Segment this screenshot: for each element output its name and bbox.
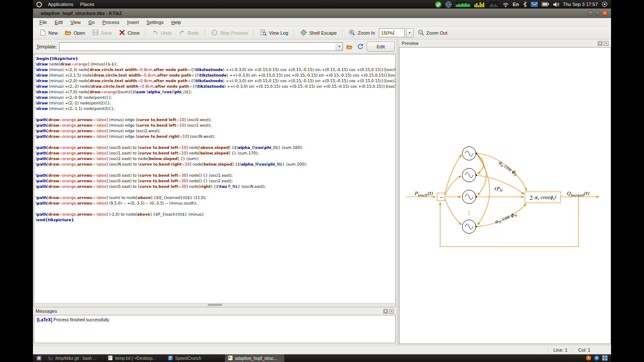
preview-close-icon[interactable]: × (604, 41, 608, 46)
taskbar-item-speedcrunch[interactable]: SpeedCrunch (165, 354, 225, 362)
menu-help[interactable]: Help (167, 19, 185, 26)
code-editor[interactable]: \begin{tikzpicture}\draw node[draw=orang… (34, 54, 396, 307)
calculator-icon (168, 356, 173, 361)
editor-horizontal-scrollbar[interactable] (35, 303, 395, 306)
keyboard-layout-indicator[interactable]: En (513, 2, 519, 7)
close-file-button[interactable]: Close (116, 28, 143, 38)
messages-detach-icon[interactable] (383, 309, 388, 314)
new-button[interactable]: New (36, 28, 61, 38)
label-tau-pn: τPN (494, 186, 503, 193)
cpu-graph-icon[interactable] (456, 1, 470, 7)
window-controls: – □ × (587, 10, 608, 16)
save-button[interactable]: Save (89, 28, 115, 38)
menu-file[interactable]: File (36, 19, 51, 26)
menu-process[interactable]: Process (98, 19, 123, 26)
template-combobox[interactable]: ▼ (59, 42, 343, 51)
places-menu[interactable]: Places (77, 0, 98, 9)
battery-icon[interactable] (542, 2, 549, 6)
label-p-teach: Pteach(t) (414, 191, 433, 197)
globe-icon[interactable] (445, 1, 452, 8)
minimize-button[interactable]: – (587, 10, 593, 16)
menu-edit[interactable]: Edit (51, 19, 67, 26)
update-clock-icon[interactable] (586, 355, 591, 362)
load-bars-icon[interactable] (474, 1, 485, 7)
distro-logo-icon[interactable] (36, 2, 42, 7)
toolbar-separator (294, 29, 295, 37)
redo-arrow-icon (179, 29, 185, 37)
save-floppy-icon (92, 29, 99, 37)
wifi-icon[interactable] (502, 2, 509, 7)
editor-column: Template: ▼ Edit \begin{tikzpicture}\dra… (33, 39, 397, 345)
messages-close-icon[interactable]: × (389, 309, 394, 314)
zoom-dropdown-arrow[interactable]: ▼ (406, 28, 414, 38)
toolbar: New Open Save Close Undo Redo Stop Proce… (33, 27, 611, 39)
preview-detach-icon[interactable] (598, 41, 602, 46)
window-titlebar[interactable]: adaptive_hopf_structure.tikz - KTikZ – □… (33, 9, 611, 18)
close-cross-icon (119, 29, 125, 37)
preview-panel: Preview × (399, 39, 611, 345)
label-q-learned: Qlearned(t) (566, 191, 589, 197)
taskbar-right-icons (586, 355, 611, 362)
open-folder-icon (65, 29, 72, 37)
software-icon[interactable] (594, 355, 599, 362)
menu-view[interactable]: View (67, 19, 85, 26)
status-line: Line: 1 (548, 347, 572, 353)
template-label: Template: (36, 44, 57, 49)
preview-title: Preview (402, 41, 418, 46)
stop-circle-icon (211, 29, 218, 37)
label-alphaN-cos: αN cos ϕN (494, 211, 519, 226)
close-button[interactable]: × (602, 10, 608, 16)
net-monitor-icon[interactable] (489, 1, 498, 7)
zoom-in-button[interactable]: Zoom In (346, 28, 378, 38)
volume-icon[interactable] (553, 2, 559, 7)
template-open-button[interactable] (345, 42, 354, 51)
applications-menu[interactable]: Applications (45, 0, 77, 9)
redo-button[interactable]: Redo (176, 28, 202, 38)
check-circle-icon[interactable] (435, 1, 441, 8)
taskbar-item-terminal[interactable]: /tmp/ktikz.git : bash ... (45, 354, 105, 362)
log-magnifier-icon (260, 29, 267, 37)
messages-panel-header: Messages × (33, 307, 397, 315)
menu-go[interactable]: Go (84, 19, 98, 26)
combo-dropdown-arrow[interactable]: ▼ (336, 43, 343, 50)
template-reload-button[interactable] (356, 42, 364, 51)
label-sum: ∑ αi cos(ϕi) (529, 195, 556, 201)
open-button[interactable]: Open (62, 28, 88, 38)
label-minus: − (439, 195, 443, 200)
scrollbar-handle[interactable] (208, 304, 222, 306)
tikz-preview-diagram: Pteach(t) Qlearned(t) τPN α0 cos ϕ0 αN c… (400, 47, 611, 344)
menu-settings[interactable]: Settings (143, 19, 167, 26)
messages-log[interactable]: [LaTeX] Process finished successfully. (34, 315, 396, 343)
clock[interactable]: Thu Sep 3 17:57 (563, 2, 598, 7)
mail-icon[interactable] (531, 2, 538, 7)
window-title: adaptive_hopf_structure.tikz - KTikZ (33, 11, 587, 16)
preview-canvas[interactable]: Pteach(t) Qlearned(t) τPN α0 cos ϕ0 αN c… (399, 47, 611, 344)
session-gear-icon[interactable] (602, 1, 608, 7)
shell-escape-button[interactable]: Shell Escape (297, 28, 340, 38)
text-editor-icon (108, 356, 113, 361)
vertical-dots: ⋮ (467, 210, 472, 216)
bluetooth-icon[interactable] (523, 1, 527, 7)
stop-process-button[interactable]: Stop Process (208, 28, 251, 38)
view-log-button[interactable]: View Log (257, 28, 291, 38)
latex-tag: [LaTeX] (37, 317, 52, 322)
message-text: Process finished successfully. (54, 317, 110, 322)
undo-button[interactable]: Undo (149, 28, 175, 38)
template-edit-button[interactable]: Edit (367, 42, 395, 52)
zoom-out-button[interactable]: Zoom Out (414, 28, 450, 38)
workspace-grid-icon[interactable] (602, 355, 608, 362)
zoom-in-magnifier-icon (349, 29, 355, 37)
taskbar-item-ktikz[interactable]: adaptive_hopf_struc... (225, 354, 285, 362)
top-panel: Applications Places En Thu Sep 3 17:57 (33, 0, 611, 9)
undo-arrow-icon (152, 29, 158, 37)
toolbar-separator (253, 29, 254, 37)
taskbar-item-texteditor[interactable]: temp.txt (~/Desktop... (105, 354, 165, 362)
menu-insert[interactable]: Insert (123, 19, 143, 26)
maximize-button[interactable]: □ (595, 10, 600, 16)
zoom-level-input[interactable]: 150% (379, 28, 405, 37)
junction-dots (476, 153, 477, 228)
taskbar-app-icon[interactable] (36, 356, 42, 361)
shell-escape-diamond-icon (300, 29, 307, 37)
menubar: File Edit View Go Process Insert Setting… (33, 18, 611, 27)
template-bar: Template: ▼ Edit (33, 39, 397, 54)
